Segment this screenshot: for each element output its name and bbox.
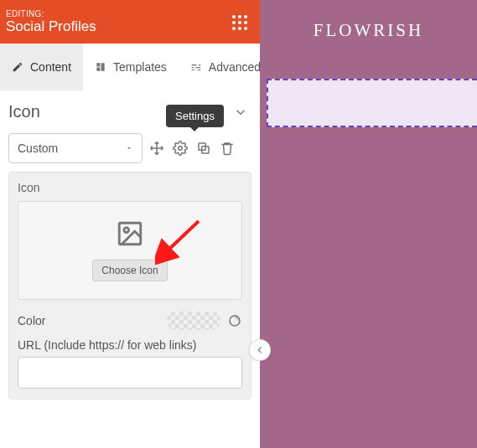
svg-point-0	[179, 147, 183, 151]
color-picker-icon[interactable]	[227, 313, 242, 328]
delete-button[interactable]	[218, 139, 236, 157]
panel-header-text: EDITING: Social Profiles	[6, 9, 96, 35]
item-toolbar: Settings Custom	[0, 126, 260, 172]
tab-advanced[interactable]: Advanced	[179, 44, 272, 90]
editing-label: EDITING:	[6, 9, 96, 18]
editor-panel: EDITING: Social Profiles Content Templat…	[0, 0, 260, 448]
drop-slot[interactable]	[267, 79, 477, 127]
pencil-icon	[12, 61, 23, 73]
icon-card: Icon Choose Icon Color URL (Include http…	[8, 172, 251, 399]
icon-type-select[interactable]: Custom	[8, 133, 143, 163]
tab-label: Advanced	[209, 60, 261, 74]
color-controls	[167, 312, 242, 330]
tooltip-settings: Settings	[166, 105, 224, 127]
image-placeholder-icon	[116, 219, 144, 248]
sliders-icon	[190, 61, 202, 73]
panel-header: EDITING: Social Profiles	[0, 0, 260, 44]
move-button[interactable]	[148, 139, 166, 157]
settings-button[interactable]	[171, 139, 189, 157]
svg-point-4	[124, 228, 129, 233]
tab-label: Content	[30, 60, 71, 74]
caret-down-icon	[125, 144, 133, 152]
color-swatch[interactable]	[167, 312, 220, 330]
preview-canvas: FLOWRISH	[260, 0, 477, 448]
color-row: Color	[18, 312, 242, 330]
url-input[interactable]	[18, 357, 242, 389]
section-title: Icon	[8, 102, 40, 121]
tab-label: Templates	[113, 60, 167, 74]
panel-title: Social Profiles	[6, 18, 96, 35]
icon-well[interactable]: Choose Icon	[18, 201, 242, 300]
tab-templates[interactable]: Templates	[83, 44, 179, 90]
icon-label: Icon	[18, 181, 242, 194]
collapse-panel-button[interactable]	[250, 340, 270, 360]
templates-icon	[95, 61, 106, 73]
app-root: EDITING: Social Profiles Content Templat…	[0, 0, 477, 448]
url-label: URL (Include https:// for web links)	[18, 338, 242, 352]
choose-icon-button[interactable]: Choose Icon	[92, 260, 167, 281]
select-value: Custom	[18, 142, 58, 155]
chevron-down-icon	[233, 105, 248, 120]
tab-bar: Content Templates Advanced	[0, 44, 260, 90]
drag-handle-icon[interactable]	[230, 13, 250, 33]
tab-content[interactable]: Content	[0, 44, 83, 90]
brand-wordmark: FLOWRISH	[260, 20, 477, 41]
tooltip-text: Settings	[175, 110, 215, 122]
duplicate-button[interactable]	[194, 139, 213, 157]
color-label: Color	[18, 314, 45, 327]
